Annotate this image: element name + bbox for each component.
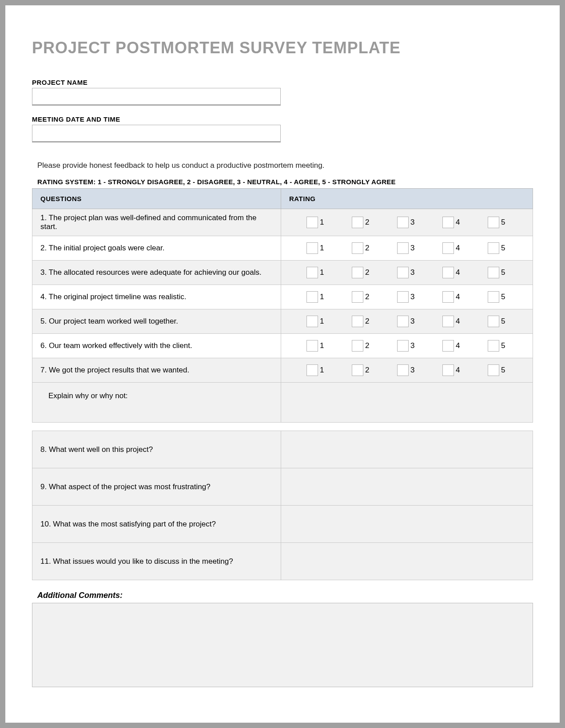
open-question-text: 9. What aspect of the project was most f… [32, 468, 281, 506]
rating-number: 1 [320, 293, 326, 301]
open-answer-cell [281, 543, 533, 580]
rating-checkbox[interactable] [397, 316, 409, 327]
rating-checkbox[interactable] [397, 291, 409, 303]
rating-checkbox[interactable] [306, 217, 318, 228]
rating-checkbox[interactable] [442, 364, 454, 376]
rating-option: 1 [306, 340, 326, 352]
rating-number: 5 [501, 218, 507, 227]
rating-checkbox[interactable] [397, 364, 409, 376]
comments-label: Additional Comments: [37, 591, 533, 600]
instructions-text: Please provide honest feedback to help u… [37, 161, 533, 170]
rating-checkbox[interactable] [306, 242, 318, 254]
rating-option: 2 [352, 316, 371, 327]
comments-input[interactable] [32, 603, 533, 687]
rating-checkbox[interactable] [352, 242, 363, 254]
table-row: 11. What issues would you like to discus… [32, 543, 533, 580]
rating-number: 5 [501, 317, 507, 326]
open-question-text: 11. What issues would you like to discus… [32, 543, 281, 580]
rating-checkbox[interactable] [397, 217, 409, 228]
rating-number: 3 [410, 293, 417, 301]
question-text: 2. The initial project goals were clear. [32, 236, 281, 261]
question-text: 7. We got the project results that we wa… [32, 358, 281, 383]
rating-number: 5 [501, 244, 507, 253]
rating-checkbox[interactable] [306, 267, 318, 278]
rating-option: 3 [397, 364, 417, 376]
rating-checkbox[interactable] [442, 291, 454, 303]
question-text: 4. The original project timeline was rea… [32, 285, 281, 309]
rating-option: 1 [306, 267, 326, 278]
rating-number: 4 [456, 218, 462, 227]
rating-checkbox[interactable] [442, 340, 454, 352]
rating-cell: 12345 [281, 236, 533, 261]
rating-number: 2 [365, 293, 371, 301]
rating-checkbox[interactable] [352, 291, 363, 303]
table-row: 10. What was the most satisfying part of… [32, 506, 533, 543]
rating-number: 2 [365, 317, 371, 326]
rating-number: 4 [456, 268, 462, 277]
rating-number: 3 [410, 317, 417, 326]
rating-option: 2 [352, 217, 371, 228]
rating-checkbox[interactable] [306, 340, 318, 352]
rating-checkbox[interactable] [352, 340, 363, 352]
open-answer-input[interactable] [289, 507, 525, 538]
table-row: 9. What aspect of the project was most f… [32, 468, 533, 506]
rating-option: 3 [397, 291, 417, 303]
rating-checkbox[interactable] [397, 340, 409, 352]
table-row: 5. Our project team worked well together… [32, 309, 533, 334]
open-answer-input[interactable] [289, 470, 525, 501]
rating-checkbox[interactable] [442, 242, 454, 254]
rating-checkbox[interactable] [306, 364, 318, 376]
rating-number: 1 [320, 317, 326, 326]
table-row: 8. What went well on this project? [32, 431, 533, 468]
rating-option: 3 [397, 267, 417, 278]
rating-option: 4 [442, 316, 462, 327]
questions-header: QUESTIONS [32, 189, 281, 209]
explain-answer-cell[interactable] [281, 383, 533, 423]
rating-option: 5 [488, 242, 507, 254]
rating-number: 1 [320, 244, 326, 253]
rating-checkbox[interactable] [488, 267, 499, 278]
rating-number: 5 [501, 293, 507, 301]
rating-checkbox[interactable] [352, 364, 363, 376]
rating-checkbox[interactable] [442, 316, 454, 327]
rating-cell: 12345 [281, 309, 533, 334]
rating-checkbox[interactable] [352, 316, 363, 327]
rating-checkbox[interactable] [442, 217, 454, 228]
rating-checkbox[interactable] [488, 217, 499, 228]
rating-checkbox[interactable] [488, 364, 499, 376]
project-name-input[interactable] [32, 88, 281, 106]
rating-cell: 12345 [281, 285, 533, 309]
meeting-datetime-input[interactable] [32, 125, 281, 142]
document-page: PROJECT POSTMORTEM SURVEY TEMPLATE PROJE… [5, 5, 560, 723]
rating-number: 1 [320, 268, 326, 277]
rating-checkbox[interactable] [488, 316, 499, 327]
open-answer-input[interactable] [289, 433, 525, 464]
rating-number: 1 [320, 341, 326, 350]
rating-option: 2 [352, 291, 371, 303]
rating-checkbox[interactable] [397, 242, 409, 254]
open-questions-table: 8. What went well on this project?9. Wha… [32, 431, 533, 580]
rating-checkbox[interactable] [488, 242, 499, 254]
rating-checkbox[interactable] [352, 217, 363, 228]
rating-checkbox[interactable] [397, 267, 409, 278]
rating-checkbox[interactable] [488, 291, 499, 303]
open-answer-cell [281, 468, 533, 506]
rating-checkbox[interactable] [306, 291, 318, 303]
open-answer-input[interactable] [289, 545, 525, 576]
question-text: 3. The allocated resources were adequate… [32, 261, 281, 285]
project-name-field: PROJECT NAME [32, 79, 533, 115]
rating-checkbox[interactable] [352, 267, 363, 278]
open-answer-cell [281, 506, 533, 543]
explain-label: Explain why or why not: [32, 383, 281, 423]
open-question-text: 8. What went well on this project? [32, 431, 281, 468]
rating-checkbox[interactable] [442, 267, 454, 278]
table-row: 2. The initial project goals were clear.… [32, 236, 533, 261]
rating-checkbox[interactable] [488, 340, 499, 352]
rating-number: 1 [320, 366, 326, 375]
rating-number: 2 [365, 268, 371, 277]
explain-row: Explain why or why not: [32, 383, 533, 423]
rating-number: 3 [410, 366, 417, 375]
rating-option: 1 [306, 217, 326, 228]
rating-checkbox[interactable] [306, 316, 318, 327]
rating-number: 3 [410, 268, 417, 277]
